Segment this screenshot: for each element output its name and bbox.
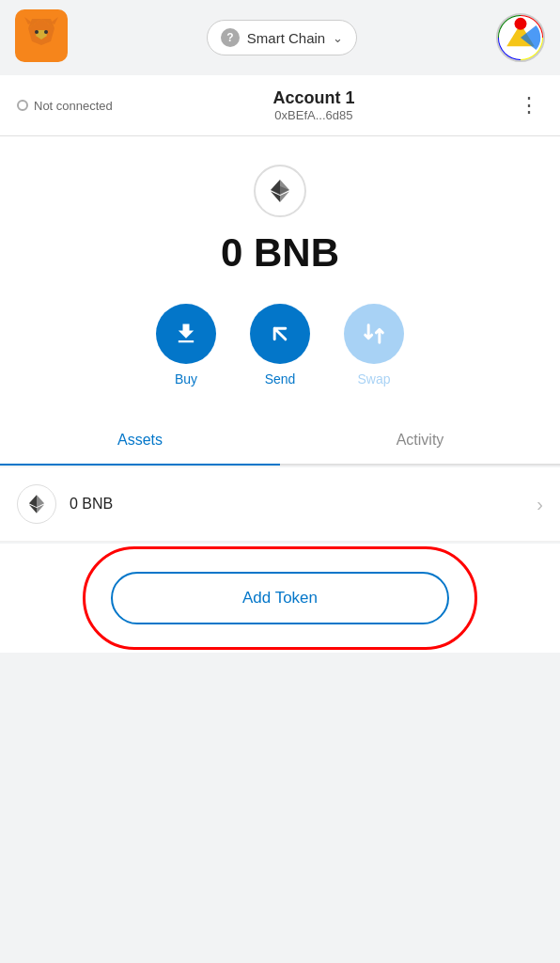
- network-name: Smart Chain: [247, 30, 325, 46]
- asset-name: 0 BNB: [70, 496, 113, 513]
- buy-label: Buy: [175, 371, 197, 387]
- add-token-label: Add Token: [242, 589, 318, 607]
- asset-list: 0 BNB ›: [0, 467, 560, 542]
- connection-status: Not connected: [17, 99, 113, 113]
- send-label: Send: [265, 371, 296, 387]
- svg-point-6: [44, 30, 48, 34]
- svg-point-11: [515, 18, 527, 30]
- metamask-logo: [15, 9, 68, 66]
- more-options-button[interactable]: ⋮: [515, 89, 543, 121]
- buy-action: Buy: [156, 304, 216, 387]
- account-avatar[interactable]: [496, 13, 545, 62]
- swap-action: Swap: [344, 304, 404, 387]
- network-question-icon: ?: [221, 28, 240, 47]
- action-buttons: Buy Send Swap: [156, 304, 404, 387]
- network-selector[interactable]: ? Smart Chain ⌄: [207, 20, 357, 55]
- send-action: Send: [250, 304, 310, 387]
- chevron-right-icon: ›: [537, 494, 543, 515]
- header: ? Smart Chain ⌄: [0, 0, 560, 75]
- swap-button[interactable]: [344, 304, 404, 364]
- balance-display: 0 BNB: [221, 230, 339, 276]
- wallet-main: 0 BNB Buy Send: [0, 136, 560, 417]
- send-button[interactable]: [250, 304, 310, 364]
- account-address: 0xBEfA...6d85: [272, 108, 354, 122]
- add-token-section: Add Token: [0, 544, 560, 653]
- buy-button[interactable]: [156, 304, 216, 364]
- chevron-down-icon: ⌄: [333, 31, 343, 45]
- tab-assets[interactable]: Assets: [0, 417, 280, 464]
- swap-label: Swap: [357, 371, 390, 387]
- token-icon: [254, 165, 306, 217]
- tabs: Assets Activity: [0, 417, 560, 466]
- asset-item-bnb[interactable]: 0 BNB ›: [0, 467, 560, 542]
- connection-label: Not connected: [34, 99, 113, 113]
- account-name: Account 1: [272, 88, 354, 108]
- asset-icon: [17, 484, 56, 524]
- disconnected-dot: [17, 100, 28, 111]
- svg-point-5: [35, 30, 39, 34]
- account-bar: Not connected Account 1 0xBEfA...6d85 ⋮: [0, 75, 560, 136]
- account-info: Account 1 0xBEfA...6d85: [272, 88, 354, 122]
- add-token-button[interactable]: Add Token: [111, 572, 449, 624]
- tab-activity[interactable]: Activity: [280, 417, 560, 464]
